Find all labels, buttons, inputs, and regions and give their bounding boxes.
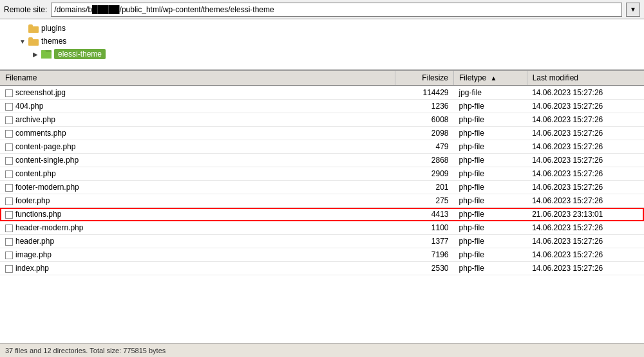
cell-filesize: 1377 [395, 235, 454, 248]
cell-filetype: php-file [454, 194, 527, 208]
filename-label: footer-modern.php [15, 183, 79, 192]
table-row[interactable]: index.php2530php-file14.06.2023 15:27:26 [0, 262, 644, 275]
file-checkbox-icon [5, 157, 13, 165]
cell-filesize: 479 [395, 140, 454, 154]
table-row[interactable]: footer-modern.php201php-file14.06.2023 1… [0, 181, 644, 194]
tree-item-plugins[interactable]: plugins [0, 22, 644, 35]
cell-lastmodified: 14.06.2023 15:27:26 [527, 154, 644, 167]
file-checkbox-icon [5, 89, 13, 97]
table-row[interactable]: image.php7196php-file14.06.2023 15:27:26 [0, 248, 644, 262]
cell-lastmodified: 14.06.2023 15:27:26 [527, 262, 644, 275]
cell-lastmodified: 14.06.2023 15:27:26 [527, 113, 644, 127]
plugins-folder-icon [28, 24, 39, 33]
table-row[interactable]: content-single.php2868php-file14.06.2023… [0, 154, 644, 167]
file-checkbox-icon [5, 143, 13, 151]
col-lastmodified[interactable]: Last modified [527, 71, 644, 86]
cell-lastmodified: 14.06.2023 15:27:26 [527, 181, 644, 194]
tree-item-elessi-theme[interactable]: ▶ elessi-theme [0, 48, 644, 60]
file-checkbox-icon [5, 170, 13, 178]
cell-filetype: php-file [454, 235, 527, 248]
elessi-theme-label: elessi-theme [54, 49, 106, 59]
cell-filetype: jpg-file [454, 86, 527, 100]
cell-lastmodified: 14.06.2023 15:27:26 [527, 221, 644, 235]
cell-filesize: 7196 [395, 248, 454, 262]
cell-filetype: php-file [454, 100, 527, 113]
cell-filesize: 1100 [395, 221, 454, 235]
cell-lastmodified: 14.06.2023 15:27:26 [527, 86, 644, 100]
col-filesize[interactable]: Filesize [395, 71, 454, 86]
file-checkbox-icon [5, 252, 13, 259]
themes-label: themes [41, 37, 66, 46]
plugins-arrow-icon [18, 24, 27, 33]
table-row[interactable]: footer.php275php-file14.06.2023 15:27:26 [0, 194, 644, 208]
themes-arrow-icon: ▼ [18, 37, 27, 46]
filename-label: screenshot.jpg [15, 88, 66, 97]
elessi-folder-icon [41, 50, 52, 59]
table-row[interactable]: content-page.php479php-file14.06.2023 15… [0, 140, 644, 154]
file-checkbox-icon [5, 184, 13, 192]
cell-filename: screenshot.jpg [0, 86, 395, 100]
cell-filesize: 2868 [395, 154, 454, 167]
table-row[interactable]: functions.php4413php-file21.06.2023 23:1… [0, 208, 644, 221]
cell-filesize: 6008 [395, 113, 454, 127]
remote-site-dropdown[interactable]: ▼ [626, 3, 640, 17]
filename-label: image.php [15, 250, 52, 259]
cell-filename: functions.php [0, 208, 395, 221]
filename-label: index.php [15, 264, 49, 273]
file-table-container: Filename Filesize Filetype ▲ Last modifi… [0, 71, 644, 343]
cell-filetype: php-file [454, 167, 527, 181]
remote-site-bar: Remote site: ▼ [0, 0, 644, 19]
file-table-body: screenshot.jpg114429jpg-file14.06.2023 1… [0, 86, 644, 275]
cell-lastmodified: 14.06.2023 15:27:26 [527, 127, 644, 140]
filename-label: functions.php [15, 210, 61, 219]
cell-filesize: 275 [395, 194, 454, 208]
remote-site-input[interactable] [51, 3, 622, 17]
cell-filesize: 4413 [395, 208, 454, 221]
table-row[interactable]: header-modern.php1100php-file14.06.2023 … [0, 221, 644, 235]
filetype-sort-icon: ▲ [490, 75, 497, 82]
filename-label: header.php [15, 237, 54, 246]
filename-label: archive.php [15, 115, 55, 124]
cell-lastmodified: 14.06.2023 15:27:26 [527, 167, 644, 181]
remote-site-label: Remote site: [4, 5, 47, 14]
cell-filesize: 114429 [395, 86, 454, 100]
cell-lastmodified: 14.06.2023 15:27:26 [527, 140, 644, 154]
file-checkbox-icon [5, 265, 13, 273]
col-filename[interactable]: Filename [0, 71, 395, 86]
cell-filename: content-page.php [0, 140, 395, 154]
cell-filename: image.php [0, 248, 395, 262]
table-row[interactable]: comments.php2098php-file14.06.2023 15:27… [0, 127, 644, 140]
table-row[interactable]: 404.php1236php-file14.06.2023 15:27:26 [0, 100, 644, 113]
elessi-arrow-icon: ▶ [31, 50, 40, 59]
themes-folder-icon [28, 37, 39, 46]
col-filetype[interactable]: Filetype ▲ [454, 71, 527, 86]
tree-item-themes[interactable]: ▼ themes [0, 35, 644, 48]
cell-filetype: php-file [454, 181, 527, 194]
cell-filename: content.php [0, 167, 395, 181]
file-checkbox-icon [5, 238, 13, 246]
cell-lastmodified: 21.06.2023 23:13:01 [527, 208, 644, 221]
cell-filetype: php-file [454, 262, 527, 275]
file-checkbox-icon [5, 103, 13, 111]
status-bar: 37 files and 12 directories. Total size:… [0, 343, 644, 357]
table-row[interactable]: header.php1377php-file14.06.2023 15:27:2… [0, 235, 644, 248]
cell-filetype: php-file [454, 154, 527, 167]
cell-filename: header.php [0, 235, 395, 248]
table-row[interactable]: screenshot.jpg114429jpg-file14.06.2023 1… [0, 86, 644, 100]
file-table: Filename Filesize Filetype ▲ Last modifi… [0, 71, 644, 275]
table-header-row: Filename Filesize Filetype ▲ Last modifi… [0, 71, 644, 86]
cell-filename: content-single.php [0, 154, 395, 167]
cell-lastmodified: 14.06.2023 15:27:26 [527, 248, 644, 262]
cell-filename: comments.php [0, 127, 395, 140]
tree-section: plugins ▼ themes ▶ elessi-theme [0, 19, 644, 71]
cell-filetype: php-file [454, 221, 527, 235]
cell-filetype: php-file [454, 127, 527, 140]
file-checkbox-icon [5, 130, 13, 138]
cell-filesize: 2909 [395, 167, 454, 181]
table-row[interactable]: content.php2909php-file14.06.2023 15:27:… [0, 167, 644, 181]
table-row[interactable]: archive.php6008php-file14.06.2023 15:27:… [0, 113, 644, 127]
cell-filename: footer.php [0, 194, 395, 208]
main-content: plugins ▼ themes ▶ elessi-theme Filename… [0, 19, 644, 357]
cell-filesize: 2098 [395, 127, 454, 140]
cell-filesize: 2530 [395, 262, 454, 275]
